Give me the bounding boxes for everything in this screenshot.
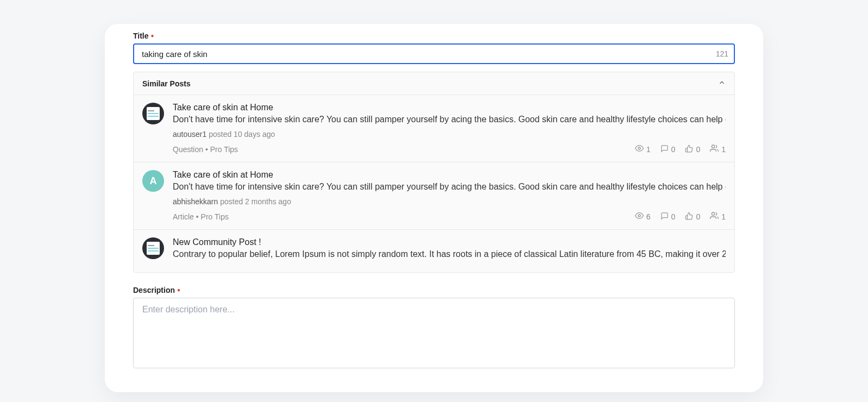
post-stats: 6001 [635, 211, 726, 222]
users-icon [710, 144, 719, 154]
description-section: Description ● [133, 286, 735, 370]
comments-count: 0 [671, 145, 676, 154]
post-body: Take care of skin at HomeDon't have time… [173, 170, 726, 222]
similar-posts-header[interactable]: Similar Posts [134, 72, 734, 95]
post-author: abhishekkarn [173, 197, 218, 206]
likes-stat: 0 [685, 145, 700, 154]
comments-count: 0 [671, 212, 676, 221]
svg-point-1 [712, 145, 715, 148]
thumbs-up-icon [685, 145, 693, 154]
likes-count: 0 [696, 212, 700, 221]
users-count: 1 [721, 212, 726, 221]
title-input[interactable] [133, 43, 735, 64]
post-excerpt: Don't have time for intensive skin care?… [173, 115, 726, 124]
description-textarea[interactable] [133, 298, 735, 368]
svg-point-2 [638, 215, 640, 217]
similar-post-item[interactable]: Take care of skin at HomeDon't have time… [134, 95, 734, 162]
title-char-count: 121 [716, 49, 728, 58]
post-title: Take care of skin at Home [173, 170, 726, 180]
views-count: 6 [646, 212, 651, 221]
post-body: New Community Post !Contrary to popular … [173, 237, 726, 265]
post-body: Take care of skin at HomeDon't have time… [173, 103, 726, 154]
required-dot-icon: ● [177, 287, 180, 293]
compose-card: Title ● 121 Similar Posts Take care of s… [105, 24, 763, 392]
post-categories: Article • Pro Tips [173, 212, 229, 221]
avatar: A [142, 170, 164, 192]
svg-point-0 [638, 147, 640, 149]
views-stat: 1 [635, 144, 651, 154]
required-dot-icon: ● [151, 33, 154, 39]
title-input-wrap: 121 [133, 43, 735, 64]
views-count: 1 [646, 145, 651, 154]
comment-icon [661, 145, 669, 154]
similar-post-item[interactable]: ATake care of skin at HomeDon't have tim… [134, 162, 734, 230]
post-time: posted 10 days ago [209, 130, 275, 139]
description-label: Description ● [133, 286, 735, 294]
avatar [142, 103, 164, 124]
post-categories: Question • Pro Tips [173, 145, 238, 154]
title-label-text: Title [133, 32, 149, 40]
eye-icon [635, 144, 644, 154]
likes-stat: 0 [685, 212, 700, 222]
users-stat: 1 [710, 144, 726, 154]
post-meta: autouser1 posted 10 days ago [173, 130, 726, 139]
users-icon [710, 211, 719, 222]
comment-icon [661, 212, 669, 222]
users-stat: 1 [710, 211, 726, 222]
post-footer: Article • Pro Tips6001 [173, 211, 726, 222]
views-stat: 6 [635, 211, 651, 222]
post-footer: Question • Pro Tips1001 [173, 144, 726, 154]
similar-posts-heading: Similar Posts [142, 79, 191, 88]
svg-point-3 [712, 212, 715, 215]
post-title: Take care of skin at Home [173, 103, 726, 112]
users-count: 1 [721, 145, 726, 154]
post-excerpt: Contrary to popular belief, Lorem Ipsum … [173, 249, 726, 259]
likes-count: 0 [696, 145, 700, 154]
post-stats: 1001 [635, 144, 726, 154]
chevron-up-icon [718, 79, 726, 88]
comments-stat: 0 [661, 212, 676, 222]
thumbs-up-icon [685, 212, 693, 222]
similar-posts-panel: Similar Posts Take care of skin at HomeD… [133, 72, 735, 273]
similar-post-item[interactable]: New Community Post !Contrary to popular … [134, 230, 734, 272]
post-time: posted 2 months ago [220, 197, 291, 206]
eye-icon [635, 211, 644, 222]
post-author: autouser1 [173, 130, 206, 139]
post-meta: abhishekkarn posted 2 months ago [173, 197, 726, 206]
avatar [142, 237, 164, 259]
title-label: Title ● [133, 32, 735, 40]
post-excerpt: Don't have time for intensive skin care?… [173, 182, 726, 192]
description-label-text: Description [133, 286, 175, 294]
similar-posts-list: Take care of skin at HomeDon't have time… [134, 95, 734, 272]
post-title: New Community Post ! [173, 237, 726, 247]
comments-stat: 0 [661, 145, 676, 154]
